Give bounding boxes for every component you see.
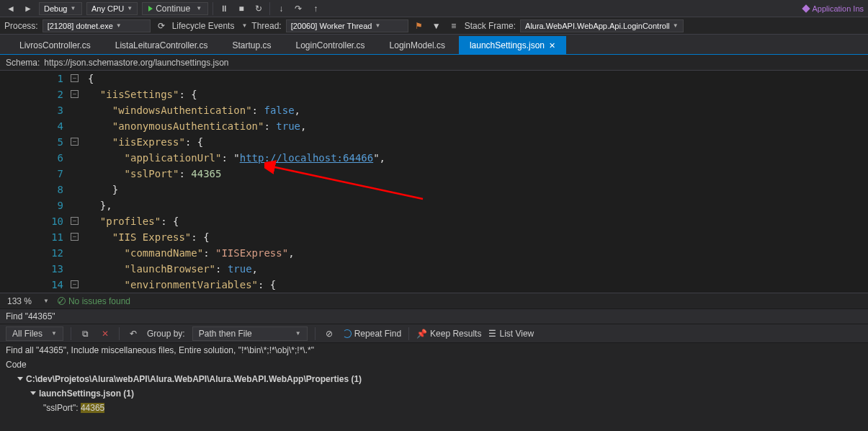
step-into-icon[interactable]: ↓ (274, 2, 287, 15)
groupby-dropdown[interactable]: Path then File▼ (192, 326, 308, 341)
pause-icon[interactable]: ⏸ (218, 2, 231, 15)
tab-livroscontroller[interactable]: LivrosController.cs (9, 36, 102, 54)
config-dropdown[interactable]: Debug▼ (39, 2, 82, 15)
result-path[interactable]: C:\dev\Projetos\Alura\webAPI\Alura.WebAP… (0, 372, 868, 386)
play-icon (148, 6, 153, 12)
fold-column: − − − − − − (69, 71, 88, 293)
groupby-label: Group by: (147, 329, 185, 339)
expand-icon[interactable] (30, 391, 36, 395)
zoom-level[interactable]: 133 % (7, 296, 32, 306)
fold-icon[interactable]: − (71, 233, 79, 241)
find-results-header: Find "44365" (0, 308, 868, 324)
lifecycle-label: Lifecycle Events (172, 21, 235, 31)
scope-dropdown[interactable]: All Files▼ (6, 326, 63, 341)
stop-icon[interactable]: ■ (235, 2, 248, 15)
platform-dropdown[interactable]: Any CPU▼ (86, 2, 138, 15)
process-label: Process: (4, 21, 38, 31)
app-insights-badge[interactable]: Application Ins (803, 4, 864, 13)
tab-startup[interactable]: Startup.cs (221, 36, 282, 54)
schema-url[interactable]: https://json.schemastore.org/launchsetti… (44, 58, 228, 68)
prev-icon[interactable]: ↶ (127, 327, 140, 340)
tab-launchsettings[interactable]: launchSettings.json✕ (459, 36, 566, 54)
editor-tabs: LivrosController.cs ListaLeituraControll… (0, 35, 868, 55)
copy-icon[interactable]: ⧉ (79, 327, 91, 340)
expand-icon[interactable] (17, 377, 23, 381)
schema-bar: Schema: https://json.schemastore.org/lau… (0, 55, 868, 71)
flag-icon[interactable]: ⚑ (413, 19, 426, 32)
issues-status[interactable]: ✓ No issues found (58, 296, 130, 306)
code-editor[interactable]: 1234 5678 9101112 1314 − − − − − − { "ii… (0, 71, 868, 293)
find-title: Find "44365" (6, 311, 55, 321)
fold-icon[interactable]: − (71, 280, 79, 288)
chevron-down-icon[interactable]: ▼ (43, 298, 49, 304)
line-numbers: 1234 5678 9101112 1314 (0, 71, 69, 293)
continue-button[interactable]: Continue ▼ (142, 2, 208, 15)
find-query-line: Find all "44365", Include miscellaneous … (0, 343, 868, 357)
pin-icon: 📌 (416, 329, 427, 339)
keep-results-button[interactable]: 📌Keep Results (416, 329, 481, 339)
fold-icon[interactable]: − (71, 138, 79, 146)
tab-listaleitura[interactable]: ListaLeituraController.cs (104, 36, 219, 54)
list-view-button[interactable]: ☰List View (488, 329, 534, 339)
repeat-find-button[interactable]: Repeat Find (343, 329, 401, 339)
fold-icon[interactable]: − (71, 90, 79, 98)
nav-back-icon[interactable]: ◄ (4, 2, 17, 15)
tab-logincontroller[interactable]: LoginController.cs (285, 36, 375, 54)
fold-icon[interactable]: − (71, 217, 79, 225)
delete-icon[interactable]: ✕ (99, 327, 112, 340)
clear-icon[interactable]: ⊘ (323, 327, 336, 340)
refresh-icon (343, 329, 352, 338)
stackframe-dropdown[interactable]: Alura.WebAPI.WebApp.Api.LoginControll▼ (520, 19, 684, 32)
nav-fwd-icon[interactable]: ► (22, 2, 35, 15)
find-toolbar: All Files▼ ⧉ ✕ ↶ Group by: Path then Fil… (0, 324, 868, 343)
stack-icon[interactable]: ≡ (447, 19, 460, 32)
fold-icon[interactable]: − (71, 74, 79, 82)
step-out-icon[interactable]: ↑ (309, 2, 322, 15)
diamond-icon (802, 4, 810, 12)
match-highlight: 44365 (81, 403, 104, 413)
main-toolbar: ◄ ► Debug▼ Any CPU▼ Continue ▼ ⏸ ■ ↻ ↓ ↷… (0, 0, 868, 17)
lifecycle-icon[interactable]: ⟳ (155, 19, 168, 32)
results-code-header: Code (0, 357, 868, 372)
stackframe-label: Stack Frame: (465, 21, 516, 31)
check-icon: ✓ (58, 297, 66, 305)
debug-toolbar: Process: [21208] dotnet.exe▼ ⟳ Lifecycle… (0, 17, 868, 35)
close-icon[interactable]: ✕ (549, 41, 555, 50)
editor-statusbar: 133 % ▼ ✓ No issues found (0, 293, 868, 308)
thread-dropdown[interactable]: [20060] Worker Thread▼ (286, 19, 408, 32)
result-file[interactable]: launchSettings.json (1) (0, 386, 868, 401)
list-icon: ☰ (488, 329, 496, 339)
tab-loginmodel[interactable]: LoginModel.cs (379, 36, 456, 54)
find-results: Find all "44365", Include miscellaneous … (0, 343, 868, 431)
result-hit[interactable]: "sslPort": 44365 (0, 401, 868, 415)
restart-icon[interactable]: ↻ (252, 2, 265, 15)
thread-label: Thread: (251, 21, 281, 31)
schema-label: Schema: (6, 58, 40, 68)
process-dropdown[interactable]: [21208] dotnet.exe▼ (42, 19, 151, 32)
funnel-icon[interactable]: ▼ (430, 19, 443, 32)
code-content[interactable]: { "iisSettings": { "windowsAuthenticatio… (88, 71, 868, 293)
step-over-icon[interactable]: ↷ (292, 2, 305, 15)
